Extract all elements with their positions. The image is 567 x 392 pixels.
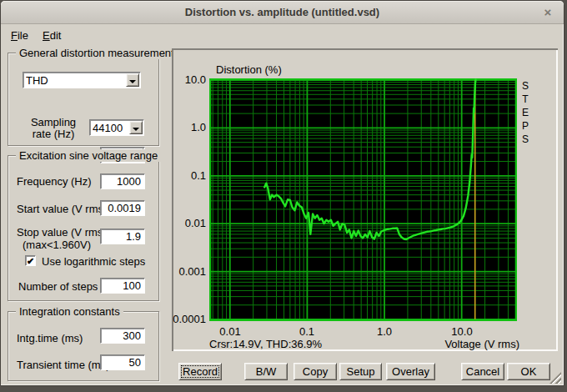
measurement-select[interactable]: THD: [23, 72, 141, 88]
menu-bar: File Edit: [3, 25, 563, 44]
distortion-chart[interactable]: [209, 78, 517, 321]
cancel-button[interactable]: Cancel: [461, 363, 504, 380]
x-tick-label: 0.1: [278, 325, 336, 338]
start-value-input[interactable]: [100, 200, 145, 216]
cursor-readout: Crsr:14.9V, THD:36.9%: [209, 338, 322, 350]
steps-axis-label: STEPS: [519, 80, 531, 147]
x-tick-label: 10.0: [433, 325, 491, 338]
frequency-label: Frequency (Hz): [17, 175, 92, 188]
y-tick-label: 1.0: [172, 121, 206, 133]
group-general-legend: General distortion measurement: [16, 47, 178, 59]
x-tick-label: 1.0: [355, 325, 414, 338]
setup-button[interactable]: Setup: [339, 363, 382, 380]
plot-panel: Distortion (%) 10.0 1.0 0.1 0.01 0.001 0…: [172, 48, 558, 351]
group-integration-legend: Integration constants: [16, 305, 123, 318]
copy-button[interactable]: Copy: [294, 363, 337, 380]
sampling-rate-label: Sampling rate (Hz): [23, 117, 84, 140]
group-integration-constants: Integration constants Intg.time (ms) Tra…: [8, 311, 159, 381]
measurement-value: THD: [26, 74, 125, 87]
y-tick-label: 0.001: [172, 265, 206, 278]
y-tick-label: 0.0001: [172, 313, 206, 325]
intg-time-label: Intg.time (ms): [17, 332, 83, 344]
record-button[interactable]: Record: [178, 363, 222, 380]
frequency-input[interactable]: [100, 173, 145, 189]
group-excitation-range: Excitation sine voltage range Frequency …: [8, 155, 159, 301]
sampling-rate-value: 44100: [93, 122, 128, 134]
menu-edit[interactable]: Edit: [38, 28, 65, 43]
transient-time-label: Transient time (ms): [17, 359, 109, 371]
dialog-window: Distortion vs. amplitude (untitled.vsd) …: [0, 0, 564, 386]
x-axis-label: Voltage (V rms): [444, 338, 519, 350]
title-bar[interactable]: Distortion vs. amplitude (untitled.vsd) …: [1, 1, 564, 24]
y-tick-label: 10.0: [172, 73, 206, 86]
ok-button[interactable]: OK: [507, 363, 550, 380]
number-of-steps-input[interactable]: [100, 278, 145, 294]
log-steps-checkbox[interactable]: ✔: [25, 255, 36, 266]
x-tick-label: 0.01: [201, 325, 259, 338]
log-steps-label: Use logarithmic steps: [42, 255, 145, 268]
plot-title: Distortion (%): [216, 63, 282, 76]
intg-time-input[interactable]: [100, 328, 145, 344]
stop-value-input[interactable]: [100, 229, 145, 244]
group-general-distortion: General distortion measurement THD Respo…: [8, 53, 159, 146]
checkmark-icon: ✔: [27, 256, 34, 266]
stop-value-note: (max<1.960V): [23, 239, 91, 251]
resize-grip[interactable]: [549, 372, 561, 384]
start-value-label: Start value (V rms): [17, 203, 107, 215]
bw-button[interactable]: B/W: [244, 363, 288, 380]
close-icon[interactable]: ×: [540, 5, 555, 20]
chevron-down-icon[interactable]: [126, 73, 139, 87]
window-title: Distortion vs. amplitude (untitled.vsd): [1, 6, 564, 18]
menu-file[interactable]: File: [7, 28, 33, 43]
overlay-button[interactable]: Overlay: [386, 363, 435, 380]
sampling-rate-select[interactable]: 44100: [89, 119, 144, 136]
y-tick-label: 0.1: [172, 169, 206, 182]
transient-time-input[interactable]: [100, 354, 145, 370]
group-excitation-legend: Excitation sine voltage range: [16, 149, 161, 162]
stop-value-label: Stop value (V rms): [17, 226, 107, 239]
number-of-steps-label: Number of steps: [18, 280, 98, 293]
chevron-down-icon[interactable]: [129, 121, 143, 134]
y-tick-label: 0.01: [172, 217, 206, 229]
